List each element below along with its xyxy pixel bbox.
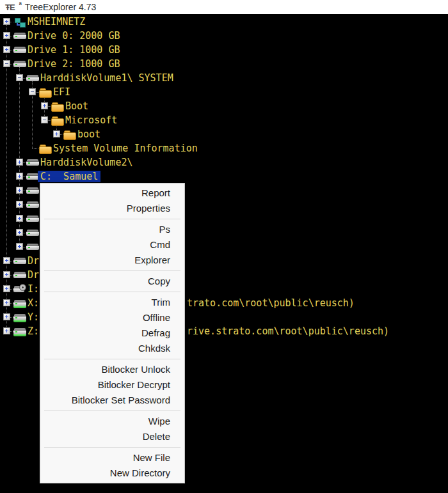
tree-row-label: HarddiskVolume2\ xyxy=(40,157,133,168)
expand-toggle[interactable] xyxy=(3,46,10,53)
context-menu-item[interactable]: Chkdsk xyxy=(40,341,184,356)
expand-toggle[interactable] xyxy=(53,130,60,137)
window-title: TreeExplorer 4.73 xyxy=(25,2,97,12)
tree-connector-stub xyxy=(32,148,38,149)
tree-row[interactable]: C: Samuel xyxy=(0,169,448,184)
tree-row[interactable]: HarddiskVolume1\ SYSTEM xyxy=(0,71,448,85)
context-menu-item[interactable]: Delete xyxy=(40,429,184,444)
folder-icon xyxy=(51,101,64,111)
tree-row-label: Drive 0: 2000 GB xyxy=(28,31,120,41)
context-menu-item[interactable]: Defrag xyxy=(40,325,184,341)
tree-row[interactable]: Drive 1: 1000 GB xyxy=(0,43,448,57)
expand-toggle[interactable] xyxy=(3,285,10,292)
tree-row-label: MSHEIMNETZ xyxy=(28,17,85,27)
harddrive-icon xyxy=(13,31,26,41)
folder-icon xyxy=(63,129,76,139)
harddrive-icon xyxy=(13,270,26,280)
harddrive-icon xyxy=(26,200,39,210)
tree-row-label: Microsoft xyxy=(65,115,117,125)
menu-separator xyxy=(44,292,180,292)
harddrive-icon xyxy=(13,45,26,55)
network-drive-icon xyxy=(13,326,26,336)
tree-row[interactable]: Drive 0: 2000 GB xyxy=(0,29,448,43)
tree-row-label-selected: C: Samuel xyxy=(38,171,100,182)
tree-row[interactable]: boot xyxy=(0,127,448,141)
tree-row-overflow-text: rive.strato.com\root\public\reusch) xyxy=(187,326,389,336)
tree-row-label: System Volume Information xyxy=(53,143,198,153)
tree-row-label: boot xyxy=(77,129,100,139)
tree-row-label: Dr xyxy=(28,270,39,280)
context-menu-item[interactable]: Bitlocker Decrypt xyxy=(40,377,184,393)
expand-toggle[interactable] xyxy=(3,327,10,334)
expand-toggle[interactable] xyxy=(16,173,23,180)
folder-icon xyxy=(39,87,52,97)
context-menu-item[interactable]: Wipe xyxy=(40,414,184,429)
titlebar: ŦE ª TreeExplorer 4.73 xyxy=(0,0,448,14)
harddrive-icon xyxy=(26,228,39,238)
expand-toggle[interactable] xyxy=(41,102,48,109)
menu-separator xyxy=(44,359,180,359)
tree-row-label: HarddiskVolume1\ SYSTEM xyxy=(40,73,173,83)
tree-row-label: I: xyxy=(28,284,39,294)
harddrive-icon xyxy=(26,214,39,224)
harddrive-icon xyxy=(26,157,39,168)
app-logo-superscript: ª xyxy=(19,0,22,9)
tree-row[interactable]: Drive 2: 1000 GB xyxy=(0,57,448,71)
expand-toggle[interactable] xyxy=(3,32,10,39)
tree-row-overflow-text: trato.com\root\public\reusch) xyxy=(187,298,355,308)
harddrive-icon xyxy=(26,171,39,182)
expand-toggle[interactable] xyxy=(3,18,10,25)
harddrive-icon xyxy=(26,242,39,252)
tree-row-label: Drive 1: 1000 GB xyxy=(28,45,120,55)
menu-separator xyxy=(44,411,180,411)
app-logo-icon: ŦE xyxy=(5,3,15,12)
expand-toggle[interactable] xyxy=(3,271,10,278)
folder-icon xyxy=(51,115,64,125)
tree-row[interactable]: System Volume Information xyxy=(0,141,448,155)
tree-row[interactable]: MSHEIMNETZ xyxy=(0,15,448,29)
collapse-toggle[interactable] xyxy=(16,74,23,81)
context-menu-item[interactable]: New File xyxy=(40,450,184,466)
tree-row[interactable]: Microsoft xyxy=(0,113,448,127)
tree-row[interactable]: HarddiskVolume2\ xyxy=(0,155,448,169)
menu-separator xyxy=(44,219,180,219)
collapse-toggle[interactable] xyxy=(29,88,36,95)
context-menu-item[interactable]: Offline xyxy=(40,310,184,325)
collapse-toggle[interactable] xyxy=(3,60,10,67)
folder-icon xyxy=(39,143,52,153)
context-menu-item[interactable]: Trim xyxy=(40,295,184,310)
context-menu-item[interactable]: Bitlocker Set Password xyxy=(40,393,184,408)
context-menu-item[interactable]: Cmd xyxy=(40,237,184,253)
context-menu-item[interactable]: Properties xyxy=(40,201,184,216)
tree-row-label: Drive 2: 1000 GB xyxy=(28,59,120,69)
tree-row[interactable]: Boot xyxy=(0,99,448,113)
tree-row-label: Dr xyxy=(28,256,39,266)
harddrive-icon xyxy=(13,256,26,266)
expand-toggle[interactable] xyxy=(16,187,23,194)
expand-toggle[interactable] xyxy=(16,159,23,166)
tree-row-label: Boot xyxy=(65,101,88,111)
network-drive-icon xyxy=(13,298,26,308)
context-menu: ReportPropertiesPsCmdExplorerCopyTrimOff… xyxy=(40,183,185,483)
context-menu-item[interactable]: Explorer xyxy=(40,253,184,268)
network-drive-icon xyxy=(13,312,26,322)
expand-toggle[interactable] xyxy=(16,215,23,222)
harddrive-icon xyxy=(26,185,39,196)
expand-toggle[interactable] xyxy=(3,257,10,264)
context-menu-item[interactable]: Bitlocker Unlock xyxy=(40,362,184,377)
harddrive-icon xyxy=(26,73,39,83)
harddrive-icon xyxy=(13,59,26,69)
context-menu-item[interactable]: Report xyxy=(40,185,184,201)
menu-separator xyxy=(44,447,180,448)
expand-toggle[interactable] xyxy=(16,229,23,236)
expand-toggle[interactable] xyxy=(16,243,23,250)
collapse-toggle[interactable] xyxy=(41,116,48,123)
tree-row[interactable]: EFI xyxy=(0,85,448,99)
context-menu-item[interactable]: New Directory xyxy=(40,466,184,481)
removable-drive-icon xyxy=(13,284,26,294)
expand-toggle[interactable] xyxy=(16,201,23,208)
expand-toggle[interactable] xyxy=(3,299,10,306)
context-menu-item[interactable]: Copy xyxy=(40,274,184,289)
context-menu-item[interactable]: Ps xyxy=(40,222,184,237)
expand-toggle[interactable] xyxy=(3,313,10,320)
